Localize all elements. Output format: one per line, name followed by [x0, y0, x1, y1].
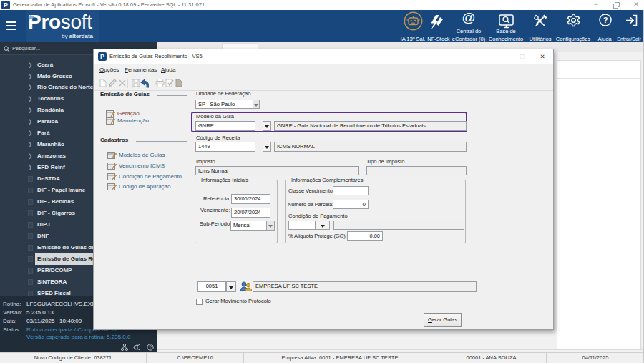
svg-text:?: ? — [149, 344, 152, 349]
svg-text:?: ? — [603, 16, 608, 24]
